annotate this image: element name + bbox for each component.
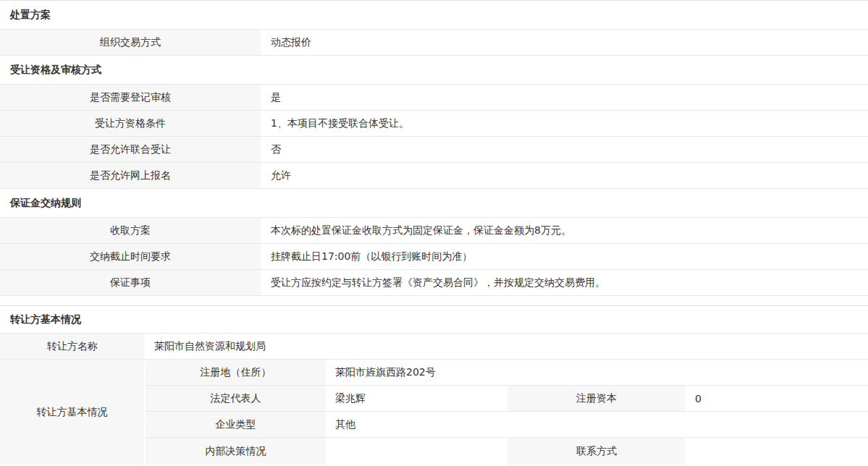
field-label: 受让方资格条件 xyxy=(0,111,261,136)
field-value: 1、本项目不接受联合体受让。 xyxy=(261,111,868,136)
field-value: 梁兆辉 xyxy=(326,386,507,411)
table-row: 注册地（住所） 莱阳市旌旗西路202号 xyxy=(145,360,868,386)
section-title: 转让方基本情况 xyxy=(10,313,81,326)
table-row: 企业类型 其他 xyxy=(145,412,868,438)
field-value: 其他 xyxy=(326,412,868,437)
field-value: 是 xyxy=(261,85,868,110)
field-label: 组织交易方式 xyxy=(0,30,261,55)
section-title: 保证金交纳规则 xyxy=(10,197,81,210)
field-label: 注册资本 xyxy=(507,386,686,411)
field-value: 莱阳市自然资源和规划局 xyxy=(145,334,868,359)
disposal-info-table: 处置方案 组织交易方式 动态报价 受让资格及审核方式 是否需要登记审核 是 受让… xyxy=(0,0,868,296)
section-header-deposit-rules: 保证金交纳规则 xyxy=(0,189,868,218)
table-gap xyxy=(0,296,868,305)
field-value: 允许 xyxy=(261,163,868,188)
section-title: 处置方案 xyxy=(10,9,51,22)
transferor-detail-row: 转让方基本情况 注册地（住所） 莱阳市旌旗西路202号 法定代表人 梁兆辉 注册… xyxy=(0,360,868,465)
field-value xyxy=(326,438,507,465)
table-row: 内部决策情况 联系方式 xyxy=(145,438,868,465)
field-value xyxy=(686,438,868,465)
table-row: 是否允许网上报名 允许 xyxy=(0,163,868,189)
table-row: 组织交易方式 动态报价 xyxy=(0,30,868,56)
field-label: 是否需要登记审核 xyxy=(0,85,261,110)
field-label: 法定代表人 xyxy=(145,386,326,411)
field-value: 挂牌截止日17:00前（以银行到账时间为准） xyxy=(261,244,868,269)
section-header-transferor: 转让方基本情况 xyxy=(0,306,868,334)
section-header-disposal-plan: 处置方案 xyxy=(0,1,868,30)
table-row: 是否需要登记审核 是 xyxy=(0,85,868,111)
field-value: 0 xyxy=(686,386,868,411)
field-value: 莱阳市旌旗西路202号 xyxy=(326,360,868,385)
field-label: 是否允许网上报名 xyxy=(0,163,261,188)
field-value: 受让方应按约定与转让方签署《资产交易合同》，并按规定交纳交易费用。 xyxy=(261,270,868,295)
field-label: 收取方案 xyxy=(0,218,261,243)
field-value: 否 xyxy=(261,137,868,162)
transferor-info-table: 转让方基本情况 转让方名称 莱阳市自然资源和规划局 转让方基本情况 注册地（住所… xyxy=(0,305,868,465)
section-header-qualification: 受让资格及审核方式 xyxy=(0,56,868,85)
field-label: 企业类型 xyxy=(145,412,326,437)
table-row: 转让方名称 莱阳市自然资源和规划局 xyxy=(0,334,868,360)
table-row: 受让方资格条件 1、本项目不接受联合体受让。 xyxy=(0,111,868,137)
table-row: 保证事项 受让方应按约定与转让方签署《资产交易合同》，并按规定交纳交易费用。 xyxy=(0,270,868,296)
field-label: 内部决策情况 xyxy=(145,438,326,465)
field-value: 本次标的处置保证金收取方式为固定保证金，保证金金额为8万元。 xyxy=(261,218,868,243)
field-label: 保证事项 xyxy=(0,270,261,295)
field-label: 转让方名称 xyxy=(0,334,145,359)
field-label: 交纳截止时间要求 xyxy=(0,244,261,269)
field-value: 动态报价 xyxy=(261,30,868,55)
field-label: 注册地（住所） xyxy=(145,360,326,385)
transferor-detail-grid: 注册地（住所） 莱阳市旌旗西路202号 法定代表人 梁兆辉 注册资本 0 企业类… xyxy=(145,360,868,465)
table-row: 交纳截止时间要求 挂牌截止日17:00前（以银行到账时间为准） xyxy=(0,244,868,270)
section-title: 受让资格及审核方式 xyxy=(10,64,101,77)
table-row: 收取方案 本次标的处置保证金收取方式为固定保证金，保证金金额为8万元。 xyxy=(0,218,868,244)
field-label: 是否允许联合受让 xyxy=(0,137,261,162)
table-row: 法定代表人 梁兆辉 注册资本 0 xyxy=(145,386,868,412)
table-row: 是否允许联合受让 否 xyxy=(0,137,868,163)
field-label: 联系方式 xyxy=(507,438,686,465)
field-label: 转让方基本情况 xyxy=(0,360,145,465)
listing-detail-page: 处置方案 组织交易方式 动态报价 受让资格及审核方式 是否需要登记审核 是 受让… xyxy=(0,0,868,465)
